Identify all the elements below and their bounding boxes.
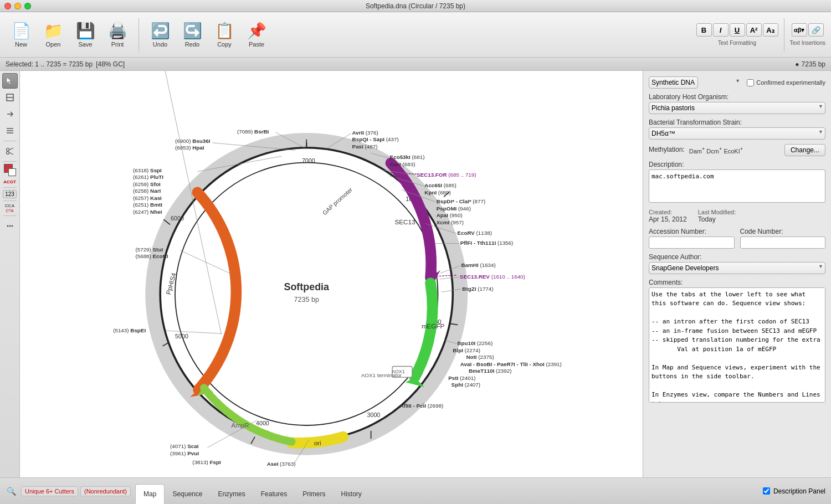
last-modified-value: Today bbox=[698, 215, 736, 223]
italic-button[interactable]: I bbox=[713, 23, 729, 37]
methylation-label: Methylation: bbox=[649, 146, 685, 153]
toolbar: 📄 New 📁 Open 💾 Save 🖨️ Print ↩️ Undo ↪️ … bbox=[0, 12, 831, 58]
svg-text:SEC13.FOR  (685 .. 719): SEC13.FOR (685 .. 719) bbox=[417, 172, 476, 178]
arrow-right-tool[interactable] bbox=[2, 106, 18, 122]
code-label: Code Number: bbox=[740, 228, 826, 235]
redo-button[interactable]: ↪️ Redo bbox=[177, 16, 208, 54]
tab-primers[interactable]: Primers bbox=[295, 484, 333, 504]
code-input[interactable] bbox=[740, 236, 826, 249]
cca-display[interactable]: CCA CᴬA bbox=[3, 203, 17, 213]
redo-label: Redo bbox=[185, 41, 199, 48]
open-label: Open bbox=[46, 41, 61, 48]
more-tool[interactable] bbox=[2, 218, 18, 234]
svg-text:EcoRV  (1138): EcoRV (1138) bbox=[457, 230, 492, 236]
minimize-button[interactable] bbox=[14, 3, 21, 9]
symbol-button[interactable]: αβ▾ bbox=[792, 23, 807, 37]
status-tag-group: Unique 6+ Cutters (Nonredundant) bbox=[21, 486, 131, 496]
svg-text:(6258) NarI: (6258) NarI bbox=[133, 188, 161, 194]
copy-button[interactable]: 📋 Copy bbox=[209, 16, 240, 54]
bp-count: 7235 bp bbox=[802, 60, 825, 68]
svg-text:BtgZI  (1774): BtgZI (1774) bbox=[462, 286, 493, 292]
new-button[interactable]: 📄 New bbox=[6, 16, 37, 54]
background-color bbox=[8, 168, 16, 176]
svg-text:(3961) PvuI: (3961) PvuI bbox=[170, 450, 199, 456]
tab-history[interactable]: History bbox=[333, 484, 369, 504]
sequence-author-section: Sequence Author: SnapGene Developers bbox=[649, 253, 825, 274]
select-tool[interactable] bbox=[2, 73, 18, 89]
status-tag-2[interactable]: (Nonredundant) bbox=[80, 486, 131, 496]
svg-text:SacI  (683): SacI (683) bbox=[390, 161, 416, 167]
confirmed-checkbox[interactable] bbox=[747, 79, 754, 86]
lab-host-select-wrapper: Pichia pastoris bbox=[649, 102, 825, 114]
accession-label: Accession Number: bbox=[649, 228, 735, 235]
window-title: Softpedia.dna (Circular / 7235 bp) bbox=[366, 2, 465, 10]
save-icon: 💾 bbox=[76, 22, 95, 40]
sequence-author-select[interactable]: SnapGene Developers bbox=[649, 262, 825, 274]
open-button[interactable]: 📁 Open bbox=[38, 16, 69, 54]
tab-enzymes[interactable]: Enzymes bbox=[210, 484, 253, 504]
lab-host-section: Laboratory Host Organism: Pichia pastori… bbox=[649, 93, 825, 114]
underline-button[interactable]: U bbox=[730, 23, 745, 37]
svg-text:BspDI* - ClaI*  (877): BspDI* - ClaI* (877) bbox=[437, 198, 486, 204]
superscript-button[interactable]: A² bbox=[746, 23, 762, 37]
text-insertions-group: αβ▾ 🔗 Text Insertions bbox=[790, 23, 825, 46]
created-value: Apr 15, 2012 bbox=[649, 215, 687, 223]
tab-sequence[interactable]: Sequence bbox=[165, 484, 210, 504]
paste-label: Paste bbox=[249, 41, 264, 48]
methylation-row: Methylation: Dam+ Dcm+ EcoKI+ Change... bbox=[649, 144, 825, 156]
svg-text:Eco53kI  (681): Eco53kI (681) bbox=[390, 154, 425, 160]
bold-button[interactable]: B bbox=[696, 23, 712, 37]
hand-tool[interactable] bbox=[2, 90, 18, 105]
description-textarea[interactable]: mac.softpedia.com bbox=[649, 169, 825, 203]
svg-text:(3813) FspI: (3813) FspI bbox=[192, 459, 221, 465]
sequence-author-label: Sequence Author: bbox=[649, 253, 825, 261]
cca-label: CCA bbox=[3, 203, 17, 208]
close-button[interactable] bbox=[4, 3, 11, 9]
scissors-tool[interactable] bbox=[2, 143, 18, 159]
svg-text:(6853) HpaI: (6853) HpaI bbox=[175, 145, 204, 151]
number-badge[interactable]: 123 bbox=[3, 190, 17, 198]
sidebar-separator-2 bbox=[3, 161, 17, 162]
acgt-display[interactable]: ACGT bbox=[3, 177, 17, 185]
accession-input[interactable] bbox=[649, 236, 735, 249]
sidebar-separator-1 bbox=[3, 141, 17, 141]
print-button[interactable]: 🖨️ Print bbox=[102, 16, 133, 54]
svg-text:(4071) ScaI: (4071) ScaI bbox=[170, 443, 199, 449]
subscript-button[interactable]: A₂ bbox=[763, 23, 778, 37]
dna-type-select[interactable]: Synthetic DNA bbox=[649, 76, 698, 89]
svg-point-4 bbox=[6, 148, 9, 151]
paste-icon: 📌 bbox=[247, 22, 266, 40]
confirmed-label: Confirmed experimentally bbox=[756, 79, 825, 86]
map-area[interactable]: 7000 1000 2000 3000 4000 5000 6000 bbox=[20, 71, 643, 477]
undo-button[interactable]: ↩️ Undo bbox=[145, 16, 176, 54]
tab-features[interactable]: Features bbox=[253, 484, 295, 504]
left-sidebar: ACGT 123 CCA CᴬA bbox=[0, 71, 20, 477]
svg-text:ApaI  (950): ApaI (950) bbox=[437, 212, 463, 218]
last-modified-section: Last Modified: Today bbox=[698, 209, 736, 223]
list-tool[interactable] bbox=[2, 123, 18, 138]
sidebar-separator-5 bbox=[3, 215, 17, 216]
lab-host-select[interactable]: Pichia pastoris bbox=[649, 102, 825, 114]
svg-point-5 bbox=[6, 152, 9, 155]
svg-text:BspQI - SapI  (437): BspQI - SapI (437) bbox=[352, 136, 399, 142]
paste-button[interactable]: 📌 Paste bbox=[241, 16, 272, 54]
link-button[interactable]: 🔗 bbox=[808, 23, 824, 37]
change-button[interactable]: Change... bbox=[784, 144, 825, 156]
description-panel-checkbox[interactable] bbox=[763, 487, 770, 495]
open-icon: 📁 bbox=[44, 22, 63, 40]
comments-textarea[interactable]: Use the tabs at the lower left to see wh… bbox=[649, 287, 825, 403]
maximize-button[interactable] bbox=[24, 3, 31, 9]
svg-text:BmeT110I  (2392): BmeT110I (2392) bbox=[469, 368, 512, 374]
main-content: ACGT 123 CCA CᴬA bbox=[0, 71, 831, 477]
color-indicator[interactable] bbox=[4, 164, 16, 176]
svg-text:AvaI - BsoBI - PaeR7I - TliI -: AvaI - BsoBI - PaeR7I - TliI - XhoI (239… bbox=[460, 361, 562, 367]
bacterial-strain-select[interactable]: DH5α™ bbox=[649, 127, 825, 140]
status-tag[interactable]: Unique 6+ Cutters bbox=[21, 486, 78, 496]
save-button[interactable]: 💾 Save bbox=[70, 16, 101, 54]
svg-text:PasI  (487): PasI (487) bbox=[352, 143, 378, 150]
search-icon[interactable]: 🔍 bbox=[6, 486, 17, 497]
text-formatting-label: Text Formatting bbox=[718, 40, 756, 46]
sequence-author-select-wrapper: SnapGene Developers bbox=[649, 262, 825, 274]
tab-map[interactable]: Map bbox=[135, 484, 165, 504]
svg-text:PstI  (2401): PstI (2401) bbox=[448, 375, 475, 381]
